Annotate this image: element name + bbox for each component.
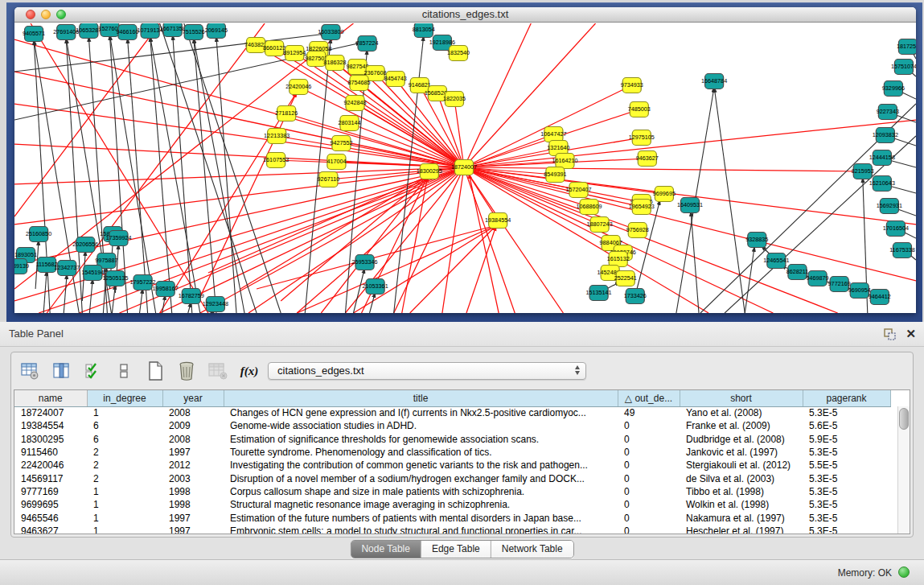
graph-node[interactable]: 1733426 — [624, 289, 647, 304]
column-header-pagerank[interactable]: pagerank — [803, 390, 890, 406]
table-cell[interactable]: 1998 — [162, 498, 224, 511]
graph-node[interactable]: 9267110 — [318, 172, 340, 187]
table-cell[interactable]: 2012 — [162, 459, 224, 472]
graph-node[interactable]: 8454743 — [384, 72, 407, 87]
graph-node[interactable]: 16409531 — [677, 198, 703, 213]
graph-node[interactable]: 15751074 — [891, 60, 916, 75]
delete-rows-icon[interactable] — [176, 360, 197, 381]
graph-node[interactable]: 9756928 — [626, 223, 649, 238]
close-panel-icon[interactable]: ✕ — [906, 326, 916, 342]
graph-node[interactable]: 18807243 — [587, 217, 613, 233]
table-cell[interactable]: 2008 — [162, 406, 224, 419]
minimize-window-button[interactable] — [41, 10, 51, 19]
table-cell[interactable]: 1 — [87, 511, 162, 524]
graph-node[interactable]: 7857224 — [356, 36, 379, 51]
graph-node[interactable]: 19958167 — [153, 282, 179, 297]
graph-node[interactable]: 2803144 — [338, 116, 360, 131]
table-cell[interactable]: 0 — [618, 459, 680, 472]
window-titlebar[interactable]: citations_edges.txt — [14, 7, 916, 23]
table-cell[interactable]: 5.9E-5 — [803, 433, 890, 446]
table-cell[interactable]: 14569117 — [14, 472, 87, 484]
table-cell[interactable]: Hescheler et al. (1997) — [680, 525, 803, 534]
graph-node[interactable]: 1545194 — [81, 266, 104, 281]
graph-node[interactable]: 16648784 — [701, 74, 727, 89]
graph-node[interactable]: 10647427 — [540, 127, 566, 142]
table-cell[interactable]: 1997 — [162, 511, 224, 524]
graph-node[interactable]: 15692931 — [877, 199, 902, 214]
table-cell[interactable]: 18724007 — [14, 406, 87, 419]
table-row[interactable]: 1456911722003Disruption of a novel membe… — [14, 472, 890, 484]
network-canvas-wrap[interactable]: 9405571276914061065328715276029466160107… — [14, 23, 916, 313]
table-row[interactable]: 946554611997Estimation of the future num… — [14, 511, 890, 524]
table-cell[interactable]: 5.3E-5 — [803, 472, 890, 484]
graph-node[interactable]: 22420046 — [285, 80, 311, 95]
table-cell[interactable]: Structural magnetic resonance image aver… — [224, 498, 618, 511]
graph-node[interactable]: 15720407 — [565, 183, 591, 198]
table-cell[interactable]: 49 — [618, 406, 680, 419]
select-columns-icon[interactable] — [51, 360, 72, 381]
graph-node[interactable]: 9427552 — [330, 136, 352, 151]
graph-node[interactable]: 12505135 — [102, 271, 128, 286]
graph-node[interactable]: 8628211 — [786, 265, 809, 280]
table-selector-dropdown[interactable]: citations_edges.txt — [268, 362, 586, 380]
graph-node[interactable]: 18724007 — [451, 160, 477, 175]
graph-node[interactable]: 8912954 — [283, 46, 306, 61]
graph-node[interactable]: 9734933 — [621, 78, 643, 93]
graph-node[interactable]: 8754685 — [347, 76, 370, 91]
column-header-out_degree[interactable]: △ out_de... — [618, 390, 680, 406]
row-height-icon[interactable] — [113, 360, 134, 381]
graph-node[interactable]: 9772169 — [828, 277, 851, 292]
graph-node[interactable]: 9699695 — [653, 187, 676, 202]
new-table-icon[interactable] — [145, 360, 166, 381]
graph-node[interactable]: 8215953 — [852, 164, 874, 179]
table-cell[interactable]: Stergiakouli et al. (2012) — [680, 459, 803, 472]
table-row[interactable]: 911546021997Tourette syndrome. Phenomeno… — [14, 446, 890, 459]
table-cell[interactable]: Tibbo et al. (1998) — [680, 485, 803, 498]
table-cell[interactable]: 2 — [87, 472, 162, 484]
graph-node[interactable]: 10688609 — [576, 200, 602, 215]
graph-node[interactable]: 8939139 — [14, 259, 29, 274]
memory-status-icon[interactable] — [898, 566, 910, 578]
graph-node[interactable]: 417004 — [326, 154, 346, 170]
graph-node[interactable]: 19384554 — [485, 213, 511, 229]
graph-node[interactable]: 8549391 — [544, 167, 566, 183]
graph-node[interactable]: 7515526 — [183, 25, 205, 40]
table-cell[interactable]: 9465546 — [14, 511, 87, 524]
graph-node[interactable]: 25160850 — [26, 227, 51, 242]
graph-node[interactable]: 12093832 — [873, 128, 898, 143]
graph-node[interactable]: 17359924 — [105, 231, 131, 246]
graph-node[interactable]: 1817254 — [897, 39, 916, 55]
table-cell[interactable]: 1 — [87, 485, 162, 498]
graph-node[interactable]: 9466160 — [116, 25, 138, 40]
graph-node[interactable]: 2718126 — [275, 106, 298, 122]
graph-node[interactable]: 9227343 — [877, 105, 899, 120]
table-cell[interactable]: 1 — [87, 498, 162, 511]
graph-node[interactable]: 9690954 — [848, 283, 871, 299]
graph-node[interactable]: 11675338 — [889, 243, 915, 258]
column-header-in_degree[interactable]: in_degree — [87, 390, 162, 406]
select-rows-icon[interactable] — [82, 360, 103, 381]
table-cell[interactable]: 2009 — [162, 419, 224, 432]
table-cell[interactable]: 9115460 — [14, 446, 87, 459]
table-cell[interactable]: 5.3E-5 — [803, 446, 890, 459]
table-cell[interactable]: 5.6E-5 — [803, 419, 890, 432]
table-cell[interactable]: 1998 — [162, 485, 224, 498]
graph-node[interactable]: 2522541 — [614, 271, 637, 286]
graph-node[interactable]: 12465541 — [763, 253, 789, 269]
graph-node[interactable]: 1832540 — [447, 46, 470, 61]
table-cell[interactable]: 2 — [87, 459, 162, 472]
table-cell[interactable]: 0 — [618, 511, 680, 524]
graph-node[interactable]: 8660123 — [263, 41, 285, 56]
table-cell[interactable]: 5.3E-5 — [803, 406, 890, 419]
graph-node[interactable]: 9405571 — [23, 27, 45, 42]
table-cell[interactable]: Embryonic stem cells: a model to study s… — [224, 525, 618, 534]
graph-node[interactable]: 8813054 — [413, 23, 435, 38]
graph-node[interactable]: 1615132 — [607, 252, 630, 267]
table-cell[interactable]: 0 — [618, 433, 680, 446]
vertical-scrollbar[interactable] — [897, 406, 910, 534]
graph-node[interactable]: 12975105 — [629, 130, 655, 146]
graph-node[interactable]: 25953346 — [351, 255, 377, 270]
table-cell[interactable]: 6 — [87, 419, 162, 432]
table-cell[interactable]: 9463627 — [14, 525, 87, 534]
table-cell[interactable]: 1997 — [162, 525, 224, 534]
